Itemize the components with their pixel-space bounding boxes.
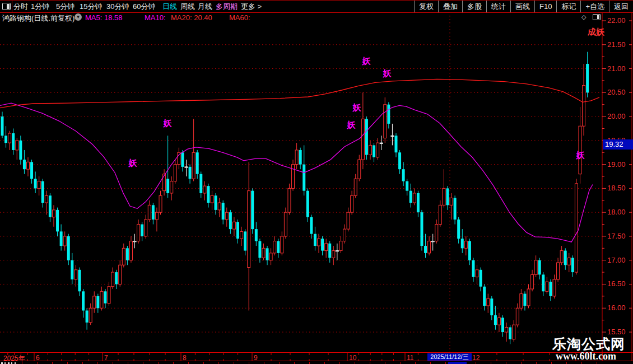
candle xyxy=(361,92,364,169)
cut-tick xyxy=(82,362,83,364)
cut-tick xyxy=(324,362,325,364)
candle xyxy=(321,236,324,255)
cut-tick xyxy=(203,362,204,364)
candle xyxy=(225,208,228,227)
candle xyxy=(487,294,490,313)
price-axis-label: 20.50 xyxy=(607,88,633,96)
candle xyxy=(8,131,11,150)
candle xyxy=(174,160,176,184)
candle xyxy=(351,191,353,215)
candle xyxy=(553,274,556,298)
candle xyxy=(232,217,235,236)
candle xyxy=(542,272,544,296)
candle xyxy=(170,176,173,200)
candle xyxy=(159,191,162,215)
candle xyxy=(93,291,96,312)
candle xyxy=(86,308,89,329)
month-label: 7 xyxy=(104,354,108,362)
candle xyxy=(557,258,560,282)
candle xyxy=(464,236,467,255)
cut-tick xyxy=(339,362,340,364)
price-axis-label: 18.50 xyxy=(607,184,633,192)
candle xyxy=(133,234,136,249)
price-axis-label: 17.50 xyxy=(607,232,633,240)
cut-cursor-box xyxy=(448,362,467,364)
candle xyxy=(358,155,361,181)
candle xyxy=(89,304,92,325)
cut-tick xyxy=(597,362,597,364)
month-label: 12 xyxy=(472,354,480,362)
cut-tick xyxy=(249,362,249,364)
candlestick-chart[interactable] xyxy=(0,0,633,364)
watermark-site-name: 乐淘公式网 xyxy=(552,337,625,351)
candle xyxy=(96,294,99,313)
candle xyxy=(567,253,570,272)
candle xyxy=(281,231,283,255)
candle xyxy=(336,244,338,260)
candle xyxy=(516,304,519,328)
candle xyxy=(428,236,431,255)
candle xyxy=(314,227,316,251)
ma-fast-line xyxy=(0,103,593,242)
candle xyxy=(402,162,405,186)
cut-tick xyxy=(385,362,385,364)
cut-tick xyxy=(7,362,7,364)
candle xyxy=(262,244,265,260)
candle xyxy=(215,193,217,214)
candle xyxy=(152,203,155,224)
candle xyxy=(192,119,195,181)
candle xyxy=(258,239,261,263)
cut-tick xyxy=(506,362,506,364)
candle xyxy=(115,270,118,289)
candle xyxy=(52,205,55,226)
candle xyxy=(269,248,272,265)
yao-annotation: 成妖 xyxy=(588,27,604,38)
candle xyxy=(549,279,552,301)
candle xyxy=(185,160,188,176)
cut-tick xyxy=(476,362,476,364)
candle xyxy=(369,141,372,160)
candle xyxy=(199,171,202,198)
candle xyxy=(347,208,350,232)
candle xyxy=(586,52,589,97)
cut-tick xyxy=(445,362,446,364)
candle xyxy=(318,234,320,253)
candle xyxy=(45,191,48,215)
price-axis-label: 21.00 xyxy=(607,64,633,73)
candle xyxy=(229,210,232,234)
candle xyxy=(328,241,331,262)
candle xyxy=(534,255,537,277)
candle xyxy=(454,195,457,224)
cut-tick xyxy=(355,362,355,364)
yao-annotation: 妖 xyxy=(353,102,361,113)
candle xyxy=(82,289,85,318)
candle xyxy=(56,208,59,236)
candle xyxy=(483,284,486,310)
candle xyxy=(266,246,269,265)
candle xyxy=(354,174,357,198)
price-axis-label: 21.50 xyxy=(607,40,633,49)
candle xyxy=(218,198,221,217)
candle xyxy=(538,258,541,279)
cut-tick xyxy=(128,362,128,364)
candle xyxy=(505,323,508,342)
candle xyxy=(476,265,478,284)
grid-lines xyxy=(0,45,602,332)
candle xyxy=(273,236,276,255)
candle xyxy=(63,231,66,250)
cut-tick xyxy=(188,362,189,364)
candle xyxy=(376,138,379,160)
candle xyxy=(211,191,213,210)
yao-annotation: 妖 xyxy=(383,68,392,79)
candle xyxy=(468,239,471,265)
cut-tick xyxy=(415,362,416,364)
candle xyxy=(119,260,122,287)
month-label: 11 xyxy=(407,354,413,362)
cut-tick xyxy=(67,362,68,364)
candle xyxy=(583,64,585,136)
candle xyxy=(30,160,33,184)
candle xyxy=(155,208,158,232)
cut-tick xyxy=(97,362,98,364)
candle xyxy=(41,179,44,207)
candle xyxy=(472,258,474,282)
